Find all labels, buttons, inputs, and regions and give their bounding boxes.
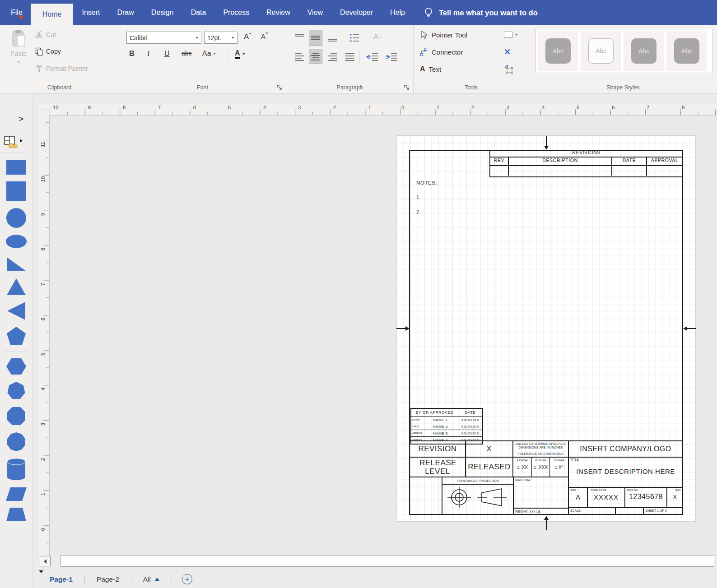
shape-hexagon[interactable] [6, 357, 27, 375]
shape-trapezoid[interactable] [6, 507, 27, 522]
shape-decagon[interactable] [6, 432, 26, 452]
tell-me[interactable]: Tell me what you want to do [424, 0, 538, 25]
align-top-button[interactable] [293, 32, 306, 44]
all-pages-tab[interactable]: All [131, 575, 172, 583]
drawing-canvas[interactable]: REVISIONS REV DESCRIPTION DATE APPROVAL [50, 116, 717, 556]
stencil-icon[interactable] [4, 135, 18, 148]
justify-button[interactable] [343, 51, 357, 63]
connector-icon [420, 48, 428, 56]
shrink-font-button[interactable]: A [261, 32, 268, 40]
revision-label-cell[interactable]: REVISION [409, 440, 466, 458]
shape-ellipse[interactable] [5, 234, 27, 249]
shrink-font-icon [265, 32, 268, 34]
tolerance-cells[interactable]: 2 PLACE ± .XX 3 PLACE ± .XXX ANGLES ± X° [512, 457, 569, 477]
align-right-icon [328, 53, 338, 61]
tab-file[interactable]: File [0, 0, 31, 25]
tab-data[interactable]: Data [182, 0, 215, 25]
font-dialog-launcher-icon[interactable] [277, 85, 282, 90]
font-size-select[interactable]: 12pt. [204, 32, 237, 44]
shape-heptagon[interactable] [6, 381, 26, 400]
align-middle-button[interactable] [309, 30, 322, 46]
shape-right-triangle[interactable] [6, 255, 27, 272]
text-tool-button[interactable]: A Text [420, 65, 441, 73]
rectangle-tool-button[interactable] [504, 32, 518, 38]
italic-button[interactable]: I [147, 50, 149, 58]
bullets-button[interactable] [348, 32, 361, 44]
connection-point-tool-button[interactable]: ✕ [504, 47, 511, 57]
revisions-table[interactable]: REVISIONS REV DESCRIPTION DATE APPROVAL [489, 150, 683, 177]
shape-style-1[interactable]: Abc [538, 31, 578, 71]
scroll-left-button[interactable] [40, 556, 51, 566]
paste-button[interactable]: Paste [5, 29, 32, 72]
change-case-button[interactable]: Aa [202, 50, 216, 58]
shape-style-4[interactable]: Abc [666, 31, 707, 71]
format-painter-button[interactable]: Format Painter [35, 65, 88, 72]
shape-left-triangle[interactable] [7, 301, 26, 320]
tab-design[interactable]: Design [143, 0, 182, 25]
decrease-indent-button[interactable] [364, 51, 380, 63]
page-tab-1[interactable]: Page-1 [38, 575, 84, 583]
projection-cell[interactable]: THIRD ANGLE PROJECTION [442, 477, 514, 515]
expand-shapes-panel-button[interactable]: > [19, 115, 23, 124]
align-bottom-button[interactable] [326, 32, 340, 44]
grow-font-icon [249, 32, 251, 34]
text-effects-button[interactable]: A5 [370, 31, 384, 43]
approvals-table[interactable]: BY OR APPROVED DATE DRAWNNAME 1 XX/XX/XX… [410, 408, 483, 444]
bold-button[interactable]: B [129, 50, 135, 58]
title-cell[interactable]: TITLE INSERT DESCRIPTION HERE [568, 457, 683, 488]
drawing-page[interactable]: REVISIONS REV DESCRIPTION DATE APPROVAL [396, 135, 696, 522]
codes-block[interactable]: SIZE A CAGE CODE XXXXX DWG NO 12345678 [568, 487, 683, 515]
shape-circle[interactable] [6, 208, 27, 228]
tab-process[interactable]: Process [214, 0, 258, 25]
horizontal-scrollbar[interactable] [60, 555, 714, 567]
connector-tool-button[interactable]: Connector [420, 48, 463, 56]
shape-styles-group-label: Shape Styles [529, 84, 717, 91]
font-color-button[interactable]: A [235, 50, 245, 59]
rev-cell: REV X [666, 487, 683, 508]
tab-insert[interactable]: Insert [73, 0, 108, 25]
align-center-button[interactable] [309, 49, 322, 64]
shape-style-2[interactable]: Abc [581, 31, 621, 71]
title-block-empty-cell[interactable] [409, 477, 442, 515]
pointer-tool-button[interactable]: Pointer Tool [420, 31, 467, 39]
revision-value-cell[interactable]: X [465, 440, 513, 458]
increase-indent-button[interactable] [383, 51, 399, 63]
shape-style-3[interactable]: Abc [624, 31, 664, 71]
align-left-button[interactable] [293, 51, 306, 63]
material-cell[interactable]: MATERIAL: WEIGHT: XXX LB. [513, 477, 569, 515]
shape-square[interactable] [6, 181, 27, 202]
visio-window: File Home Insert Draw Design Data Proces… [0, 0, 717, 588]
font-family-select[interactable]: Calibri [126, 32, 201, 44]
tab-home[interactable]: Home [31, 4, 74, 25]
stencil-menu-arrow-icon[interactable] [20, 139, 23, 143]
paragraph-dialog-launcher-icon[interactable] [404, 85, 410, 90]
align-right-button[interactable] [326, 51, 340, 63]
page-tab-2[interactable]: Page-2 [85, 575, 131, 583]
shape-cylinder[interactable] [6, 458, 26, 481]
underline-button[interactable]: U [164, 50, 170, 58]
cut-button[interactable]: Cut [35, 31, 56, 38]
tab-help[interactable]: Help [382, 0, 414, 25]
spec-note-cell[interactable]: UNLESS OTHERWISE SPECIFIED DIMENSIONS AR… [512, 440, 569, 458]
company-cell[interactable]: INSERT COMPANY/LOGO [568, 440, 683, 458]
shape-triangle[interactable] [6, 278, 26, 296]
release-value-cell[interactable]: RELEASED [465, 457, 513, 477]
text-block-tool-button[interactable] [504, 65, 514, 76]
release-level-cell[interactable]: RELEASE LEVEL [409, 457, 466, 477]
add-page-button[interactable]: + [182, 574, 192, 584]
copy-button[interactable]: Copy [35, 47, 61, 56]
notes-block[interactable]: NOTES: 1. 2. [416, 180, 437, 223]
text-tool-icon: A [420, 65, 425, 73]
font-group: Calibri 12pt. A A B I U abc Aa A Font [119, 25, 286, 93]
tab-view[interactable]: View [299, 0, 331, 25]
tab-developer[interactable]: Developer [331, 0, 382, 25]
connection-point-x-icon: ✕ [504, 47, 511, 56]
shape-parallelogram[interactable] [5, 487, 27, 501]
shape-rectangle[interactable] [6, 160, 27, 175]
grow-font-button[interactable]: A [244, 32, 251, 42]
shape-pentagon[interactable] [6, 326, 26, 345]
strikethrough-button[interactable]: abc [182, 50, 192, 57]
shape-octagon[interactable] [6, 406, 26, 426]
tab-review[interactable]: Review [258, 0, 298, 25]
tab-draw[interactable]: Draw [108, 0, 142, 25]
